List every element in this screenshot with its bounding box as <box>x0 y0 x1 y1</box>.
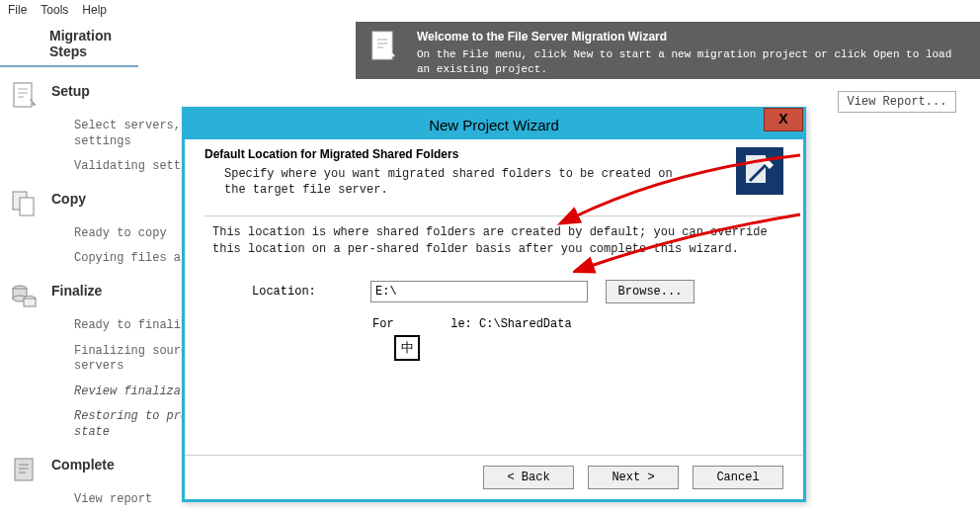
dialog-heading: Default Location for Migrated Shared Fol… <box>204 147 689 161</box>
svg-rect-0 <box>14 83 32 107</box>
svg-rect-2 <box>20 198 34 215</box>
menu-file[interactable]: File <box>8 3 27 17</box>
browse-button[interactable]: Browse... <box>606 280 694 303</box>
view-report-button[interactable]: View Report... <box>838 91 956 113</box>
new-project-wizard-dialog: New Project Wizard X Default Location fo… <box>182 107 806 502</box>
sidebar-header: Migration Steps <box>0 28 138 67</box>
svg-rect-7 <box>24 299 36 306</box>
example-text: For le: C:\SharedData <box>372 317 783 331</box>
example-prefix: For <box>372 317 394 331</box>
banner-title: Welcome to the File Server Migration Wiz… <box>417 30 966 43</box>
footer-divider <box>185 455 803 456</box>
ime-indicator[interactable]: 中 <box>394 335 420 361</box>
dialog-titlebar[interactable]: New Project Wizard X <box>185 110 803 139</box>
banner-doc-icon <box>369 30 399 63</box>
dialog-corner-icon <box>736 147 783 195</box>
svg-rect-9 <box>372 32 392 59</box>
finalize-icon <box>10 281 40 310</box>
cancel-button[interactable]: Cancel <box>693 466 783 489</box>
menu-bar: File Tools Help <box>0 0 980 20</box>
step-copy-title: Copy <box>51 191 86 207</box>
divider <box>204 215 783 216</box>
location-label: Location: <box>252 285 370 299</box>
back-button[interactable]: < Back <box>483 466 574 489</box>
dialog-title: New Project Wizard <box>429 117 559 133</box>
menu-help[interactable]: Help <box>82 3 107 17</box>
dialog-info-text: This location is where shared folders ar… <box>212 224 776 258</box>
complete-icon <box>10 455 40 484</box>
dialog-close-button[interactable]: X <box>764 108 803 131</box>
example-suffix: le: C:\SharedData <box>450 317 571 331</box>
menu-tools[interactable]: Tools <box>41 3 68 17</box>
dialog-subheading: Specify where you want migrated shared f… <box>224 167 689 198</box>
svg-point-10 <box>385 47 389 51</box>
svg-rect-8 <box>15 459 33 480</box>
step-setup-title: Setup <box>51 83 90 99</box>
step-complete-title: Complete <box>51 457 115 472</box>
location-input[interactable] <box>370 281 588 302</box>
banner-desc: On the File menu, click New to start a n… <box>417 47 966 78</box>
next-button[interactable]: Next > <box>588 466 679 489</box>
copy-icon <box>10 189 40 218</box>
welcome-banner: Welcome to the File Server Migration Wiz… <box>356 22 980 79</box>
setup-icon <box>10 81 40 111</box>
step-finalize-title: Finalize <box>51 283 102 299</box>
